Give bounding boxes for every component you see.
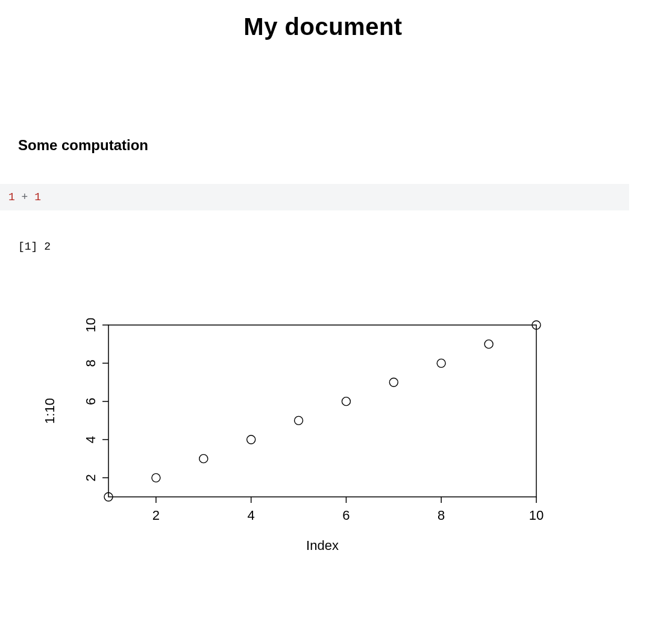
data-point	[152, 473, 160, 482]
y-tick-label: 4	[83, 436, 98, 443]
document-page: My document Some computation 1 + 1 [1] 2…	[0, 13, 646, 614]
data-point	[342, 397, 350, 406]
code-block: 1 + 1	[0, 184, 629, 210]
code-token-operator: +	[15, 191, 34, 203]
x-axis-label: Index	[306, 538, 339, 553]
y-axis-label: 1:10	[42, 398, 57, 424]
data-point	[295, 416, 303, 425]
data-point	[485, 340, 493, 349]
code-token-number: 1	[34, 191, 41, 203]
y-tick-label: 2	[83, 474, 98, 481]
data-point	[437, 359, 445, 367]
y-tick-label: 8	[83, 359, 98, 367]
code-token-number: 1	[8, 191, 15, 203]
output-block: [1] 2	[18, 241, 628, 253]
y-tick-label: 6	[83, 398, 98, 405]
plot-svg: 246810246810Index1:10	[36, 313, 560, 590]
data-point	[199, 455, 208, 463]
x-tick-label: 2	[152, 508, 160, 523]
data-point	[247, 435, 256, 444]
x-tick-label: 10	[529, 508, 544, 523]
x-tick-label: 4	[248, 508, 255, 523]
document-title: My document	[18, 13, 628, 40]
y-tick-label: 10	[83, 318, 98, 332]
scatter-plot: 246810246810Index1:10	[36, 313, 560, 590]
plot-frame	[108, 325, 536, 497]
x-tick-label: 6	[342, 508, 350, 523]
data-point	[389, 378, 398, 387]
x-tick-label: 8	[437, 508, 445, 523]
section-heading: Some computation	[18, 137, 628, 154]
